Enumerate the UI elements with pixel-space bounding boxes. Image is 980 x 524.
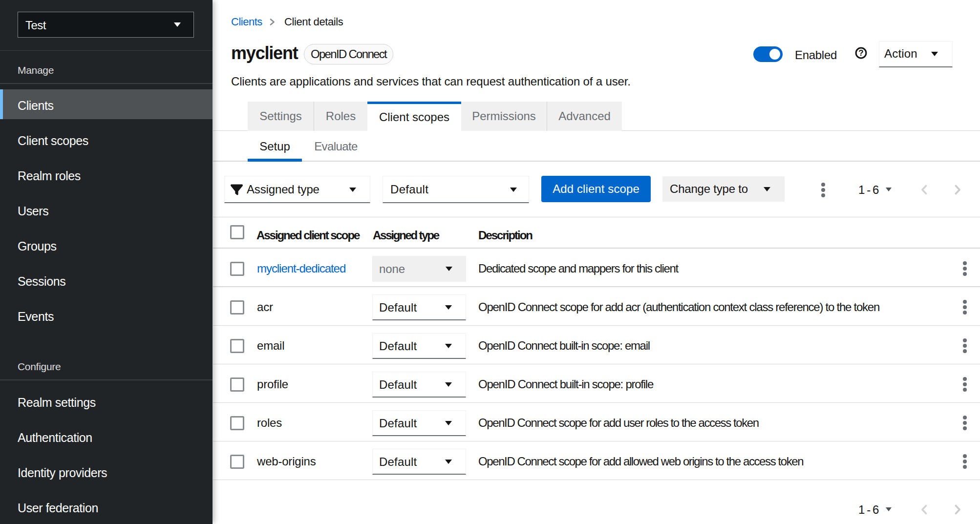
svg-text:?: ? xyxy=(858,48,863,58)
